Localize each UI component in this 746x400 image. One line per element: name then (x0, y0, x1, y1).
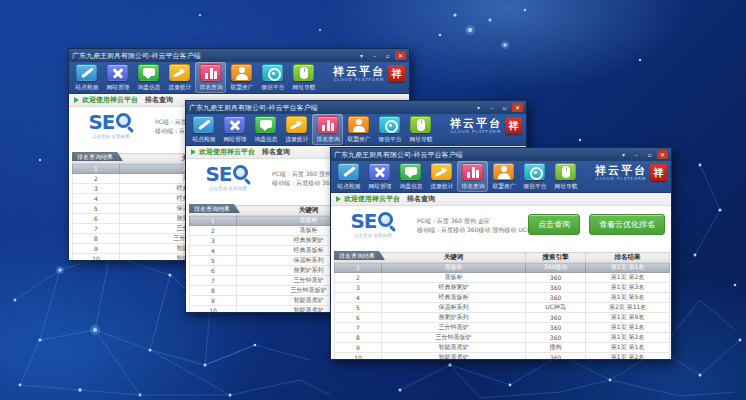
table-row[interactable]: 5 保温柜系列 UC神马 第2页 第11名 (335, 303, 670, 313)
cell-index: 2 (335, 273, 382, 283)
close-button[interactable]: ✕ (657, 150, 668, 159)
table-row[interactable]: 10 智能蒸煮炉 360 第1页 第2名 (335, 353, 670, 361)
toolbar-item[interactable]: 联盟推广 (226, 62, 257, 93)
chat-icon (256, 117, 275, 132)
cell-index: 9 (335, 343, 382, 353)
window-title: 广东九鼎王厨具有限公司-祥云平台客户端 (189, 103, 473, 113)
cell-engine: 360 (525, 333, 585, 343)
minimize-button[interactable]: – (631, 150, 642, 159)
welcome-bar: 欢迎使用祥云平台 排名查询 (331, 193, 671, 206)
window-titlebar[interactable]: 广东九鼎王厨具有限公司-祥云平台客户端 ▾ – ▫ ✕ (69, 49, 409, 62)
skin-button[interactable]: ▾ (473, 103, 484, 112)
cell-engine: 搜狗 (525, 343, 585, 353)
flag-icon (191, 149, 196, 155)
close-button[interactable]: ✕ (395, 51, 406, 60)
table-row[interactable]: 9 智能蒸煮炉 搜狗 第1页 第1名 (335, 343, 670, 353)
query-button[interactable]: 点击查询 (528, 214, 580, 235)
seo-logo-text: SE (88, 112, 114, 132)
table-row[interactable]: 7 三分钟蒸炉 360 第1页 第1名 (335, 323, 670, 333)
window-titlebar[interactable]: 广东九鼎王厨具有限公司-祥云平台客户端 ▾ – ▫ ✕ (331, 148, 671, 161)
brand-subtitle: CLOUD PLATFORM (333, 78, 385, 82)
cell-rank: 第1页 第9名 (586, 313, 670, 323)
cell-index: 7 (73, 224, 120, 234)
toolbar-item-label: 网址导航 (292, 83, 315, 92)
view-cloud-ranking-button[interactable]: 查看云优化排名 (589, 214, 665, 235)
minimize-button[interactable]: – (486, 103, 497, 112)
maximize-button[interactable]: ▫ (382, 51, 393, 60)
toolbar-item[interactable]: 询盘信息 (250, 114, 281, 145)
cell-rank: 第2页 第11名 (586, 303, 670, 313)
toolbar-item[interactable]: 排名查询 (312, 114, 343, 145)
welcome-text: 欢迎使用祥云平台 (82, 95, 138, 105)
toolbar-item-label: 联盟推广 (230, 83, 253, 92)
toolbar-item[interactable]: 微信平台 (374, 114, 405, 145)
tab-ranking-results[interactable]: 排名查询结果 (72, 152, 123, 161)
table-row[interactable]: 1 蒸饭柜 360移动 第1页 第1名 (335, 263, 670, 273)
brand-subtitle: CLOUD PLATFORM (450, 130, 502, 134)
toolbar-item[interactable]: 询盘信息 (395, 161, 426, 192)
cell-index: 9 (190, 296, 237, 306)
skin-button[interactable]: ▾ (618, 150, 629, 159)
table-row[interactable]: 4 经典蒸饭柜 360 第1页 第5名 (335, 293, 670, 303)
main-toolbar: 站点检测 网站管理 询盘信息 流量统计 排名查询 联盟推广 微信平台 网址导航 … (69, 62, 409, 94)
person-icon (349, 117, 368, 132)
toolbar-item[interactable]: 网站管理 (364, 161, 395, 192)
minimize-button[interactable]: – (369, 51, 380, 60)
seo-tagline: 点击查询 全面检测 (92, 133, 129, 138)
close-button[interactable]: ✕ (512, 103, 523, 112)
toolbar-item[interactable]: 排名查询 (195, 62, 226, 93)
cell-index: 5 (73, 204, 120, 214)
tab-ranking-results[interactable]: 排名查询结果 (334, 251, 385, 260)
toolbar-item[interactable]: 流量统计 (281, 114, 312, 145)
maximize-button[interactable]: ▫ (644, 150, 655, 159)
seo-tagline: 点击查询 全面检测 (354, 232, 391, 237)
table-row[interactable]: 2 蒸饭柜 360 第1页 第2名 (335, 273, 670, 283)
cell-index: 3 (335, 283, 382, 293)
toolbar-item[interactable]: 微信平台 (257, 62, 288, 93)
toolbar-item[interactable]: 网址导航 (405, 114, 436, 145)
toolbar-item-label: 排名查询 (316, 135, 339, 144)
toolbar-item[interactable]: 网址导航 (550, 161, 581, 192)
toolbar-item[interactable]: 网站管理 (219, 114, 250, 145)
toolbar-item-label: 流量统计 (168, 83, 191, 92)
toolbar-item[interactable]: 微信平台 (519, 161, 550, 192)
pencil-icon (77, 65, 96, 80)
toolbar-item-label: 询盘信息 (254, 135, 277, 144)
window-titlebar[interactable]: 广东九鼎王厨具有限公司-祥云平台客户端 ▾ – ▫ ✕ (186, 101, 526, 114)
pencil-icon (339, 164, 358, 179)
table-row[interactable]: 6 熬粥炉系列 360 第1页 第9名 (335, 313, 670, 323)
toolbar-item[interactable]: 站点检测 (188, 114, 219, 145)
toolbar-items: 站点检测 网站管理 询盘信息 流量统计 排名查询 联盟推广 微信平台 网址导航 (333, 161, 581, 192)
seo-logo-text: SE (205, 164, 231, 184)
table-row[interactable]: 8 三分钟蒸饭炉 360 第1页 第2名 (335, 333, 670, 343)
toolbar-item[interactable]: 询盘信息 (133, 62, 164, 93)
toolbar-item[interactable]: 联盟推广 (343, 114, 374, 145)
toolbar-item-label: 网站管理 (368, 182, 391, 191)
cell-index: 10 (335, 353, 382, 361)
toolbar-item[interactable]: 流量统计 (426, 161, 457, 192)
toolbar-item[interactable]: 排名查询 (457, 161, 488, 192)
content-area: 欢迎使用祥云平台 排名查询 SE 点击查询 全面检测 PC端：百度 360 搜狗… (331, 193, 671, 360)
magnifier-icon (233, 165, 251, 183)
toolbar-item[interactable]: 网址导航 (288, 62, 319, 93)
skin-button[interactable]: ▾ (356, 51, 367, 60)
toolbar-item[interactable]: 网站管理 (102, 62, 133, 93)
toolbar-item[interactable]: 站点检测 (333, 161, 364, 192)
col-header-engine: 搜索引擎 (525, 253, 585, 263)
seo-logo: SE 点击查询 全面检测 (337, 211, 409, 238)
cell-index: 6 (335, 313, 382, 323)
cell-engine: 360 (525, 323, 585, 333)
toolbar-item[interactable]: 流量统计 (164, 62, 195, 93)
table-header-row: 序号 关键词 搜索引擎 排名结果 (335, 253, 670, 263)
cell-index: 6 (73, 214, 120, 224)
tools-icon (225, 117, 244, 132)
table-row[interactable]: 3 经典熬粥炉 360 第1页 第3名 (335, 283, 670, 293)
tab-ranking-results[interactable]: 排名查询结果 (189, 204, 240, 213)
toolbar-item[interactable]: 联盟推广 (488, 161, 519, 192)
toolbar-item[interactable]: 站点检测 (71, 62, 102, 93)
maximize-button[interactable]: ▫ (499, 103, 510, 112)
person-icon (494, 164, 513, 179)
tools-icon (370, 164, 389, 179)
toolbar-item-label: 网址导航 (409, 135, 432, 144)
toolbar-item-label: 联盟推广 (347, 135, 370, 144)
